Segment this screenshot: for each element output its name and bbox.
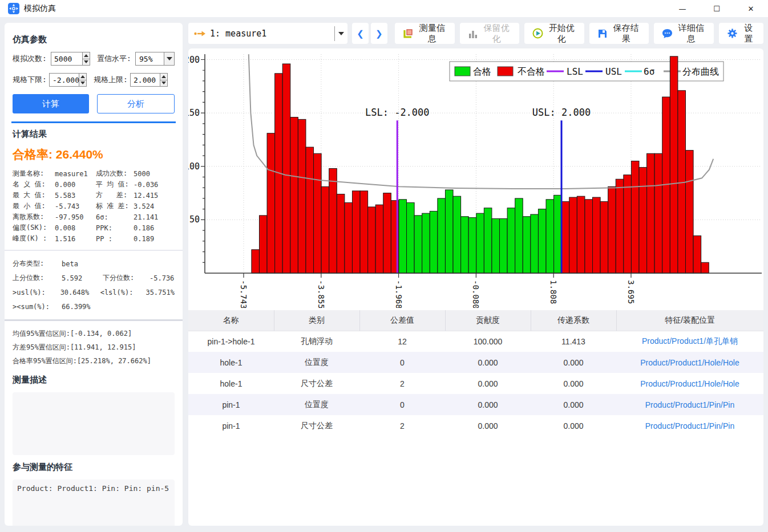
minimize-button[interactable]: — <box>665 0 700 17</box>
measure-description-box[interactable] <box>13 392 175 455</box>
fail-bar <box>267 133 275 273</box>
toolbar-button-6[interactable]: 设置 <box>719 23 763 44</box>
next-measure-button[interactable]: ❯ <box>371 23 387 44</box>
svg-text:-3.855: -3.855 <box>317 280 326 308</box>
close-button[interactable]: ✕ <box>734 0 768 17</box>
histogram-chart: 合格不合格LSLUSL6σ分布曲线LSL: -2.000USL: 2.00050… <box>188 48 763 308</box>
pass-bar <box>468 218 476 273</box>
table-row[interactable]: pin-1尺寸公差20.0000.000Product/Product1/Pin… <box>188 415 763 436</box>
lower-spec-up-button[interactable] <box>79 74 86 80</box>
chevron-down-icon <box>338 32 344 35</box>
table-cell: 0 <box>359 394 445 415</box>
measure-select-value: 1: measure1 <box>210 29 334 39</box>
stat-value: 0.008 <box>55 224 96 232</box>
gear-icon <box>727 28 738 39</box>
column-header[interactable]: 名称 <box>188 310 274 331</box>
svg-text:3.695: 3.695 <box>626 280 636 304</box>
confidence-label: 置信水平: <box>97 54 135 64</box>
lsl-label: LSL: -2.000 <box>365 107 430 118</box>
column-header[interactable]: 特征/装配位置 <box>616 310 763 331</box>
confidence-select[interactable]: 95% <box>135 52 175 66</box>
table-row[interactable]: hole-1位置度00.0000.000Product/Product1/Hol… <box>188 352 763 373</box>
table-cell: 尺寸公差 <box>274 373 359 394</box>
table-cell: 尺寸公差 <box>274 415 359 436</box>
bar-chart-icon <box>468 29 478 39</box>
table-row[interactable]: pin-1位置度00.0000.000Product/Product1/Pin/… <box>188 394 763 415</box>
table-cell: 2 <box>359 415 445 436</box>
fail-bar <box>600 202 608 273</box>
svg-text:50: 50 <box>189 214 200 225</box>
pass-bar <box>461 217 469 273</box>
pass-bar <box>515 198 523 273</box>
play-icon <box>532 28 543 39</box>
confidence-interval-line: 方差95%置信区间:[11.941, 12.915] <box>13 340 175 354</box>
toolbar-button-label: 详细信息 <box>677 23 706 44</box>
features-heading: 参与测量的特征 <box>13 462 175 473</box>
column-header[interactable]: 类别 <box>274 310 359 331</box>
fail-bar <box>360 191 368 273</box>
column-header[interactable]: 贡献度 <box>445 310 531 331</box>
upper-spec-spinner[interactable] <box>130 73 168 87</box>
stat-value: beta <box>62 260 103 268</box>
measure-select[interactable]: 1: measure1 <box>188 23 347 44</box>
feature-location-link[interactable]: Product/Product1/Pin/Pin <box>616 415 763 436</box>
table-cell: 位置度 <box>274 352 359 373</box>
pass-bar <box>438 198 446 273</box>
blue-divider <box>11 121 176 123</box>
table-cell: 0.000 <box>445 394 531 415</box>
maximize-button[interactable]: ☐ <box>700 0 734 17</box>
stat-value: 30.648% <box>60 289 100 297</box>
pass-bar <box>554 195 562 273</box>
upper-spec-input[interactable] <box>131 74 160 86</box>
pass-bar <box>422 213 430 273</box>
lower-spec-input[interactable] <box>50 74 79 86</box>
feature-location-link[interactable]: Product/Product1/Hole/Hole <box>616 373 763 394</box>
pass-rate: 合格率: 26.440% <box>13 147 175 163</box>
fail-bar <box>647 153 655 273</box>
sim-count-input[interactable] <box>51 52 82 65</box>
column-header[interactable]: 传递系数 <box>531 310 616 331</box>
pass-bar <box>523 217 531 273</box>
toolbar-button-5[interactable]: 详细信息 <box>654 23 714 44</box>
calculate-button[interactable]: 计算 <box>13 94 89 113</box>
measure-select-dropdown[interactable] <box>335 32 347 35</box>
toolbar-button-4[interactable]: 保存结果 <box>589 23 649 44</box>
statistics-grid: 测量名称:measure1成功次数:5000名 义 值:0.000平 均 值:-… <box>13 168 175 244</box>
measured-features-box[interactable]: Product: Product1: Pin: Pin: pin-5 <box>13 480 175 526</box>
feature-location-link[interactable]: Product/Product1/Hole/Hole <box>616 352 763 373</box>
dropdown-button[interactable] <box>164 52 174 65</box>
stat-label: 下分位数: <box>103 273 149 283</box>
divider <box>5 319 183 321</box>
analyze-button[interactable]: 分析 <box>97 94 175 113</box>
lower-spec-spinner[interactable] <box>49 73 87 87</box>
sim-count-down-button[interactable] <box>83 59 90 66</box>
table-row[interactable]: pin-1->hole-1孔销浮动12100.00011.413Product/… <box>188 331 763 352</box>
stat-value: 5.592 <box>62 274 103 282</box>
stat-value: 5.583 <box>55 192 96 200</box>
sim-count-spinner[interactable] <box>51 52 90 66</box>
toolbar-button-1[interactable]: 测量信息 <box>395 23 455 44</box>
prev-measure-button[interactable]: ❮ <box>352 23 369 44</box>
down-arrow-icon <box>161 82 166 84</box>
upper-spec-down-button[interactable] <box>160 80 167 87</box>
fail-bar <box>259 216 267 273</box>
table-cell: 0.000 <box>531 394 616 415</box>
feature-location-link[interactable]: Product/Product1/单孔单销 <box>616 331 763 352</box>
table-row[interactable]: hole-1尺寸公差20.0000.000Product/Product1/Ho… <box>188 373 763 394</box>
lower-spec-down-button[interactable] <box>79 80 86 87</box>
divider <box>5 250 183 251</box>
pass-bar <box>531 214 539 273</box>
sim-count-up-button[interactable] <box>83 52 90 59</box>
confidence-intervals: 均值95%置信区间:[-0.134, 0.062]方差95%置信区间:[11.9… <box>13 327 175 368</box>
toolbar-button-3[interactable]: 开始优化 <box>524 23 584 44</box>
column-header[interactable]: 公差值 <box>359 310 445 331</box>
stat-label: 上分位数: <box>13 273 62 283</box>
table-cell: pin-1 <box>188 415 274 436</box>
feature-location-link[interactable]: Product/Product1/Pin/Pin <box>616 394 763 415</box>
stat-label: ><sum(%): <box>13 303 62 311</box>
confidence-interval-line: 均值95%置信区间:[-0.134, 0.062] <box>13 327 175 340</box>
stat-label: 离散系数: <box>13 212 55 222</box>
upper-spec-up-button[interactable] <box>160 74 167 80</box>
table-cell: 2 <box>359 373 445 394</box>
usl-label: USL: 2.000 <box>532 107 591 118</box>
